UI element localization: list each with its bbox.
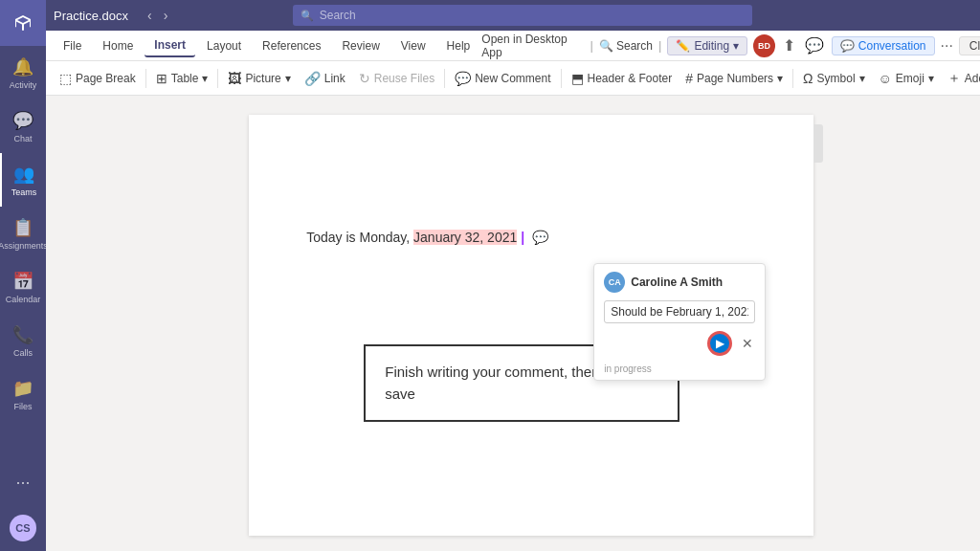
comment-header: CA Caroline A Smith — [594, 264, 765, 297]
toolbar-add-ins[interactable]: ＋ Add-ins — [942, 67, 980, 90]
assignments-icon: 📋 — [12, 217, 33, 238]
doc-text-before: Today is Monday, — [306, 230, 413, 245]
close-button[interactable]: Close — [959, 36, 980, 55]
symbol-icon: Ω — [803, 71, 813, 86]
tab-layout[interactable]: Layout — [197, 35, 251, 56]
toolbar-sep-5 — [792, 69, 793, 88]
comment-username: Caroline A Smith — [631, 276, 723, 289]
tab-help[interactable]: Help — [437, 35, 480, 56]
toolbar-symbol[interactable]: Ω Symbol ▾ — [797, 68, 870, 89]
toolbar-header-footer[interactable]: ⬒ Header & Footer — [566, 68, 679, 89]
toolbar-link[interactable]: 🔗 Link — [299, 68, 351, 89]
emoji-dropdown-icon: ▾ — [928, 72, 934, 85]
chat-icon: 💬 — [12, 110, 33, 131]
sidebar-item-teams[interactable]: 👥 Teams — [0, 153, 46, 207]
symbol-dropdown-icon: ▾ — [859, 72, 865, 85]
page-numbers-dropdown-icon: ▾ — [777, 72, 783, 85]
header-footer-icon: ⬒ — [571, 71, 584, 86]
sidebar-item-chat[interactable]: 💬 Chat — [0, 99, 46, 153]
picture-dropdown-icon: ▾ — [285, 72, 291, 85]
sidebar-more-button[interactable]: ··· — [0, 459, 46, 505]
sidebar-item-files[interactable]: 📁 Files — [0, 367, 46, 421]
page-scroll-indicator — [813, 124, 823, 163]
tab-file[interactable]: File — [54, 35, 91, 56]
comment-actions: ▶ ✕ — [594, 331, 765, 364]
toolbar-sep-2 — [217, 69, 218, 88]
sidebar-item-activity[interactable]: 🔔 Activity — [0, 46, 46, 99]
doc-highlighted-text: January 32, 2021 — [413, 230, 517, 245]
tab-home[interactable]: Home — [93, 35, 143, 56]
bd-user-avatar: BD — [753, 34, 775, 57]
tab-references[interactable]: References — [253, 35, 330, 56]
toolbar-new-comment[interactable]: 💬 New Comment — [449, 68, 556, 89]
teams-icon: 👥 — [13, 164, 34, 185]
forward-arrow[interactable]: › — [160, 6, 172, 25]
ribbon-search-icon: 🔍 — [599, 39, 613, 53]
toolbar-page-break[interactable]: ⬚ Page Break — [54, 68, 142, 89]
page-break-icon: ⬚ — [59, 71, 72, 86]
table-icon: ⊞ — [156, 71, 167, 86]
comments-icon[interactable]: 💬 — [803, 34, 826, 56]
top-bar: Practice.docx ‹ › 🔍 CS — [46, 0, 980, 31]
ribbon-search-button[interactable]: 🔍 Search — [599, 39, 653, 53]
send-icon: ▶ — [716, 337, 724, 350]
document-page: Today is Monday, January 32, 2021 | 💬 Fi… — [249, 115, 813, 536]
editing-mode-button[interactable]: ✏️ Editing ▾ — [667, 36, 747, 55]
picture-icon: 🖼 — [228, 71, 241, 86]
sidebar-user-avatar[interactable]: CS — [0, 505, 46, 551]
conversation-button[interactable]: 💬 Conversation — [832, 36, 935, 55]
sidebar-item-calendar[interactable]: 📅 Calendar — [0, 260, 46, 314]
calls-icon: 📞 — [12, 324, 33, 345]
cursor-mark: | — [517, 230, 524, 245]
navigation-arrows: ‹ › — [144, 6, 171, 25]
comment-popup: CA Caroline A Smith ▶ ✕ — [593, 263, 766, 381]
toolbar-reuse-files[interactable]: ↻ Reuse Files — [353, 68, 440, 89]
sidebar-item-assignments[interactable]: 📋 Assignments — [0, 207, 46, 260]
ribbon-tabs: File Home Insert Layout References Revie… — [46, 31, 980, 61]
page-numbers-icon: # — [685, 71, 693, 86]
cancel-comment-button[interactable]: ✕ — [738, 334, 757, 353]
close-icon: ✕ — [742, 336, 753, 351]
top-search-input[interactable] — [293, 5, 752, 26]
comment-user-avatar: CA — [604, 272, 625, 293]
comment-flag-icon: 💬 — [532, 230, 548, 245]
tab-insert[interactable]: Insert — [145, 34, 195, 57]
sidebar-item-calls[interactable]: 📞 Calls — [0, 314, 46, 367]
tab-view[interactable]: View — [391, 35, 435, 56]
toolbar-sep-3 — [444, 69, 445, 88]
top-search-wrapper: 🔍 — [293, 5, 752, 26]
send-comment-button[interactable]: ▶ — [707, 331, 732, 356]
new-comment-icon: 💬 — [455, 71, 471, 86]
insert-toolbar: ⬚ Page Break ⊞ Table ▾ 🖼 Picture ▾ 🔗 Lin… — [46, 61, 980, 96]
toolbar-page-numbers[interactable]: # Page Numbers ▾ — [679, 68, 789, 89]
calendar-icon: 📅 — [12, 271, 33, 292]
comment-input[interactable] — [604, 300, 755, 323]
share-icon[interactable]: ⬆ — [781, 34, 797, 56]
ribbon-right-actions: Open in Desktop App | 🔍 Search | ✏️ Edit… — [481, 33, 980, 59]
pencil-icon: ✏️ — [676, 39, 690, 53]
files-icon: 📁 — [12, 378, 33, 399]
more-options-button[interactable]: ··· — [941, 37, 953, 55]
document-title: Practice.docx — [54, 9, 128, 23]
conversation-icon: 💬 — [840, 39, 855, 53]
sidebar: 🔔 Activity 💬 Chat 👥 Teams 📋 Assignments … — [0, 0, 46, 551]
comment-progress-text: in progress — [594, 364, 765, 380]
reuse-icon: ↻ — [359, 71, 370, 86]
document-content: Today is Monday, January 32, 2021 | 💬 — [306, 230, 756, 245]
toolbar-table[interactable]: ⊞ Table ▾ — [150, 68, 214, 89]
toolbar-picture[interactable]: 🖼 Picture ▾ — [222, 68, 296, 89]
comment-body — [594, 297, 765, 331]
link-icon: 🔗 — [304, 71, 321, 86]
sidebar-logo — [0, 0, 46, 46]
editing-dropdown-icon: ▾ — [733, 39, 739, 53]
user-avatar-initials: CS — [10, 515, 36, 541]
toolbar-sep-1 — [145, 69, 146, 88]
tab-review[interactable]: Review — [332, 35, 389, 56]
toolbar-emoji[interactable]: ☺ Emoji ▾ — [873, 68, 940, 89]
emoji-icon: ☺ — [879, 71, 892, 86]
back-arrow[interactable]: ‹ — [144, 6, 156, 25]
activity-icon: 🔔 — [12, 56, 33, 77]
toolbar-sep-4 — [561, 69, 562, 88]
add-ins-icon: ＋ — [947, 70, 961, 87]
open-desktop-button[interactable]: Open in Desktop App — [481, 33, 584, 59]
